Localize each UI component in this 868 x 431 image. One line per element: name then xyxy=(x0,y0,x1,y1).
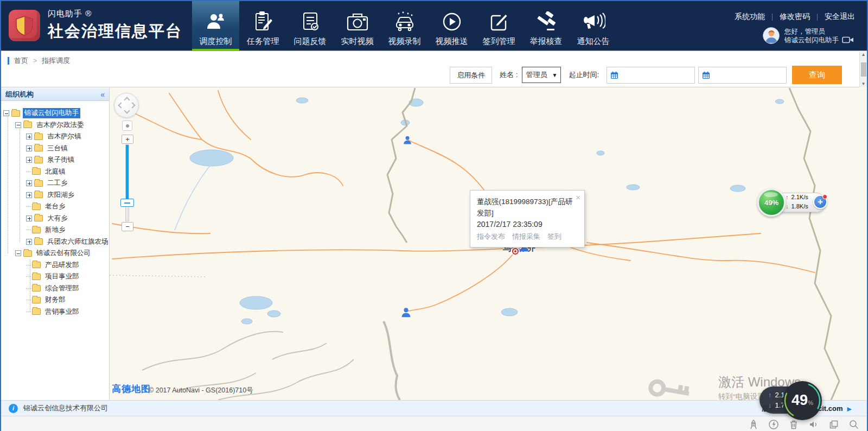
folder-icon xyxy=(32,204,41,210)
action-issue-command[interactable]: 指令发布 xyxy=(477,231,505,242)
performance-ring xyxy=(783,381,822,420)
link-change-password[interactable]: 修改密码 xyxy=(780,12,810,22)
tree-item[interactable]: 三台镇 xyxy=(1,143,109,155)
person-marker[interactable] xyxy=(402,135,413,148)
zoom-in-button[interactable]: + xyxy=(122,135,133,144)
folder-icon xyxy=(32,262,41,268)
tree-item[interactable]: 北庭镇 xyxy=(1,166,109,178)
menu-item-report-check[interactable]: 举报核查 xyxy=(522,1,570,51)
link-logout[interactable]: 安全退出 xyxy=(825,12,855,22)
menu-label: 实时视频 xyxy=(341,36,374,47)
menu-item-live-video[interactable]: 实时视频 xyxy=(334,1,381,51)
tree-item[interactable]: 大有乡 xyxy=(1,213,109,225)
expand-node-icon[interactable] xyxy=(26,157,32,163)
tree-item-root[interactable]: 锦诚云创闪电助手 xyxy=(1,107,109,119)
performance-ball[interactable]: 49 % xyxy=(783,381,822,420)
tree-item[interactable]: 新地乡 xyxy=(1,224,109,236)
menu-label: 任务管理 xyxy=(247,36,279,47)
expand-node-icon[interactable] xyxy=(26,180,32,186)
close-icon[interactable]: × xyxy=(576,192,580,203)
action-signin[interactable]: 签到 xyxy=(547,231,561,242)
header-links: 系统功能 修改密码 安全退出 xyxy=(735,12,855,22)
tree-item[interactable]: 庆阳湖乡 xyxy=(1,189,109,201)
expand-node-icon[interactable] xyxy=(26,134,32,140)
map-canvas[interactable]: 乌鲁木齐 × 董战强(18199989733)[产品研发 xyxy=(110,88,868,400)
notification-badge xyxy=(822,194,827,199)
collapse-sidebar-icon[interactable]: « xyxy=(100,90,105,99)
boost-icon[interactable] xyxy=(768,419,779,430)
menu-item-signin[interactable]: 签到管理 xyxy=(475,1,522,51)
collapse-node-icon[interactable] xyxy=(3,110,9,116)
play-arrow-icon[interactable]: ▶ xyxy=(847,405,852,413)
name-select-value: 管理员 xyxy=(526,70,547,80)
selected-location-marker[interactable] xyxy=(513,249,518,253)
scroll-up-icon[interactable]: ▲ xyxy=(861,53,866,57)
vertical-scrollbar[interactable]: ▲ ▼ xyxy=(859,52,867,87)
tree-item[interactable]: 项目事业部 xyxy=(1,271,109,283)
menu-label: 举报核查 xyxy=(530,36,563,47)
tree-item[interactable]: 吉木萨尔政法委 xyxy=(1,119,109,131)
add-button[interactable]: + xyxy=(813,195,827,209)
pan-left-icon[interactable] xyxy=(118,102,124,108)
menu-item-notice[interactable]: 通知公告 xyxy=(570,1,617,51)
scroll-down-icon[interactable]: ▼ xyxy=(861,82,866,86)
tree-stub xyxy=(26,172,31,172)
search-button[interactable]: 查询 xyxy=(792,66,842,84)
tree-item[interactable]: 综合管理部 xyxy=(1,283,109,295)
trash-icon[interactable] xyxy=(788,419,799,430)
amap-logo[interactable]: 高德地图 xyxy=(112,383,151,395)
tree-item[interactable]: 产品研发部 xyxy=(1,259,109,271)
breadcrumb-home[interactable]: 首页 xyxy=(14,56,28,66)
expand-node-icon[interactable] xyxy=(26,216,32,221)
zoom-out-button[interactable]: − xyxy=(122,222,133,231)
end-date-input[interactable] xyxy=(698,67,787,84)
pan-right-icon[interactable] xyxy=(129,102,135,108)
menu-item-video-record[interactable]: 视频录制 xyxy=(381,1,428,51)
tree-item[interactable]: 兵团农六师红旗农场 xyxy=(1,236,109,248)
tree-item[interactable]: 老台乡 xyxy=(1,201,109,213)
zoom-slider-track[interactable] xyxy=(125,144,129,221)
memory-gauge[interactable]: 49% xyxy=(757,188,786,217)
scrollbar-thumb[interactable] xyxy=(861,62,866,77)
tree-item[interactable]: 吉木萨尔镇 xyxy=(1,131,109,143)
zoom-slider-handle[interactable] xyxy=(120,199,134,207)
expand-node-icon[interactable] xyxy=(26,192,32,198)
collapse-node-icon[interactable] xyxy=(15,122,21,128)
name-select[interactable]: 管理员 ▼ xyxy=(522,67,561,83)
expand-node-icon[interactable] xyxy=(26,145,32,151)
pan-down-icon[interactable] xyxy=(124,107,130,113)
notice-icon xyxy=(582,9,605,34)
person-marker[interactable] xyxy=(400,306,412,321)
expand-node-icon[interactable] xyxy=(26,239,32,245)
menu-item-dispatch[interactable]: 调度控制 xyxy=(192,1,239,51)
window-restore-icon[interactable] xyxy=(828,419,839,430)
avatar[interactable] xyxy=(763,27,780,44)
tree-item[interactable]: 二工乡 xyxy=(1,178,109,189)
end-date-wrap xyxy=(698,67,787,84)
center-map-button[interactable] xyxy=(122,121,132,131)
menu-item-video-push[interactable]: 视频推送 xyxy=(428,1,475,51)
action-intel-collect[interactable]: 情报采集 xyxy=(512,231,540,242)
footer-company: i 锦诚云创信息技术有限公司 xyxy=(9,403,108,413)
menu-item-feedback[interactable]: 问题反馈 xyxy=(286,1,334,51)
menu-item-tasks[interactable]: 任务管理 xyxy=(239,1,286,51)
volume-icon[interactable] xyxy=(808,419,819,430)
collapse-node-icon[interactable] xyxy=(15,250,21,256)
search-icon[interactable] xyxy=(848,419,859,430)
tree-item[interactable]: 锦诚云创有限公司 xyxy=(1,248,109,259)
enable-condition-button[interactable]: 启用条件 xyxy=(450,67,492,84)
rocket-icon[interactable] xyxy=(748,419,759,430)
net-speed-widget[interactable]: ↑ 2.1K/s ↓ 1.8K/s 49% + xyxy=(757,188,829,217)
pan-control[interactable] xyxy=(114,93,139,118)
divider xyxy=(772,14,773,21)
feedback-icon xyxy=(300,9,321,34)
tree-item[interactable]: 财务部 xyxy=(1,294,109,306)
pan-up-icon[interactable] xyxy=(124,97,130,103)
tree-item[interactable]: 营销事业部 xyxy=(1,306,109,318)
dispatch-icon xyxy=(205,9,227,34)
link-system-functions[interactable]: 系统功能 xyxy=(735,12,765,22)
tree-stub xyxy=(26,206,31,207)
start-date-input[interactable] xyxy=(607,67,695,84)
folder-icon xyxy=(32,227,41,233)
tree-item[interactable]: 泉子街镇 xyxy=(1,154,109,166)
